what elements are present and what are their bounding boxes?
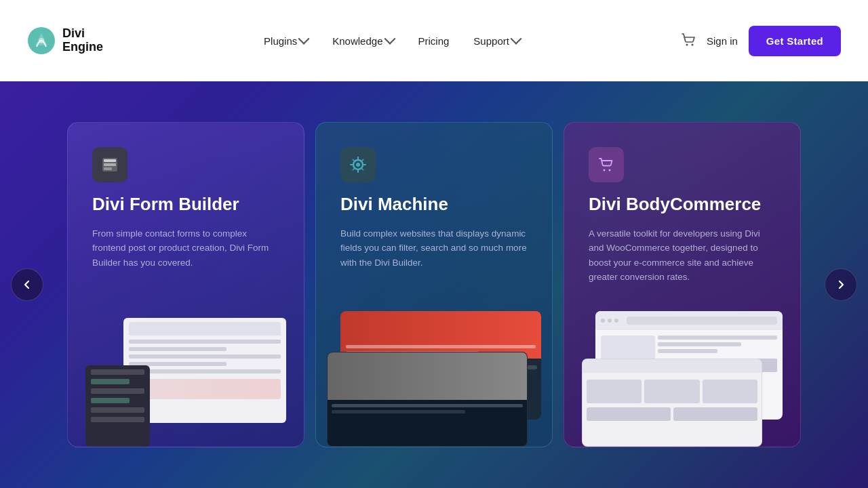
- card-divi-form-builder: Divi Form Builder From simple contact fo…: [67, 122, 304, 447]
- carousel-next-button[interactable]: [825, 268, 857, 301]
- card-divi-machine: Divi Machine Build complex websites that…: [315, 122, 553, 447]
- logo-product: Engine: [62, 41, 103, 54]
- svg-rect-5: [104, 159, 116, 162]
- nav-knowledge[interactable]: Knowledge: [323, 30, 403, 52]
- card-3-screenshot: [589, 311, 776, 447]
- main-nav: Plugins Knowledge Pricing Support: [254, 30, 530, 52]
- svg-point-3: [691, 43, 693, 45]
- card-1-desc: From simple contact forms to complex fro…: [92, 226, 279, 296]
- card-1-screenshot: [92, 311, 279, 447]
- nav-plugins[interactable]: Plugins: [254, 30, 317, 52]
- card-2-title: Divi Machine: [340, 193, 528, 216]
- get-started-button[interactable]: Get Started: [749, 26, 841, 56]
- svg-point-10: [604, 169, 606, 171]
- card-icon-form-builder: [92, 147, 127, 182]
- carousel-container: Divi Form Builder From simple contact fo…: [0, 81, 868, 488]
- chevron-down-icon: [510, 33, 521, 45]
- cart-icon[interactable]: [681, 32, 696, 50]
- card-3-title: Divi BodyCommerce: [589, 193, 776, 216]
- hero-section: Divi Form Builder From simple contact fo…: [0, 81, 868, 488]
- chevron-down-icon: [298, 33, 310, 45]
- card-divi-bodycommerce: Divi BodyCommerce A versatile toolkit fo…: [564, 122, 801, 447]
- carousel-prev-button[interactable]: [11, 268, 43, 301]
- sign-in-link[interactable]: Sign in: [707, 35, 738, 47]
- nav-pricing[interactable]: Pricing: [409, 30, 459, 52]
- card-icon-bodycommerce: [589, 147, 624, 182]
- card-1-title: Divi Form Builder: [92, 193, 279, 216]
- logo-text: Divi Engine: [62, 27, 103, 54]
- card-icon-machine: [340, 147, 376, 182]
- card-2-screenshot: [340, 311, 528, 447]
- site-header: Divi Engine Plugins Knowledge Pricing Su…: [0, 0, 868, 81]
- svg-point-9: [356, 163, 360, 167]
- card-3-desc: A versatile toolkit for developers using…: [589, 226, 776, 296]
- svg-point-2: [686, 43, 688, 45]
- card-2-desc: Build complex websites that displays dyn…: [340, 226, 528, 296]
- svg-rect-6: [104, 163, 116, 166]
- svg-point-1: [39, 38, 44, 43]
- logo-icon: [27, 26, 56, 55]
- svg-point-11: [609, 169, 611, 171]
- logo-link[interactable]: Divi Engine: [27, 26, 103, 55]
- nav-support[interactable]: Support: [464, 30, 530, 52]
- logo-brand: Divi: [62, 27, 103, 41]
- svg-rect-7: [104, 167, 112, 170]
- chevron-down-icon: [384, 33, 395, 45]
- header-actions: Sign in Get Started: [681, 26, 841, 56]
